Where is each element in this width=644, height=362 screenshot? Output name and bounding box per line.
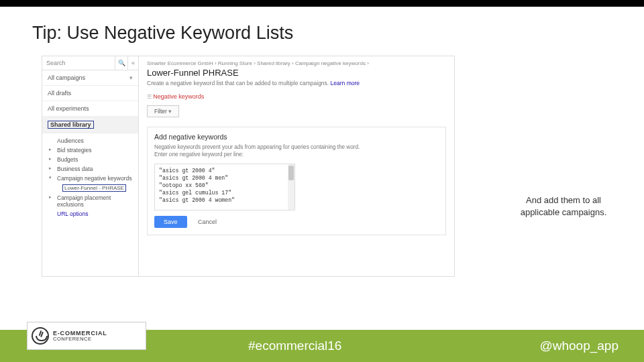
shared-library-highlight: Shared library: [48, 121, 94, 129]
page-heading: Lower-Funnel PHRASE: [147, 68, 446, 78]
nav-all-drafts[interactable]: All drafts: [42, 86, 138, 101]
kw-line: "asics gt 2000 4 women": [159, 196, 290, 204]
footer-handle: @whoop_app: [539, 339, 619, 353]
panel-buttons: Save Cancel: [154, 216, 439, 228]
kw-line: "asics gt 2000 4 men": [159, 174, 290, 182]
breadcrumb: Smarter Ecommerce GmbH › Running Store ›…: [147, 60, 446, 66]
slide-title: Tip: Use Negative Keyword Lists: [32, 23, 644, 44]
slide-annotation: And add them to all applicable campaigns…: [496, 194, 631, 218]
search-row: Search 🔍 «: [42, 56, 138, 70]
cancel-button[interactable]: Cancel: [191, 216, 223, 228]
search-icon[interactable]: 🔍: [115, 56, 127, 70]
nav-all-experiments[interactable]: All experiments: [42, 101, 138, 117]
screenshot-container: Search 🔍 « All campaigns All drafts All …: [42, 56, 455, 277]
nav-all-campaigns[interactable]: All campaigns: [42, 70, 138, 86]
logo-icon: [32, 327, 49, 345]
add-negative-keywords-panel: Add negative keywords Negative keywords …: [147, 127, 446, 235]
logo-text: E-COMMERCIAL CONFERENCE: [53, 330, 107, 342]
keywords-textarea[interactable]: "asics gt 2000 4" "asics gt 2000 4 men" …: [154, 164, 295, 210]
kw-line: "ootopo xx 560": [159, 182, 290, 189]
panel-help-text: Negative keywords prevent your ads from …: [154, 143, 439, 158]
screenshot-sidebar: Search 🔍 « All campaigns All drafts All …: [42, 56, 139, 276]
nav-shared-library[interactable]: Shared library: [42, 117, 138, 133]
save-button[interactable]: Save: [154, 216, 187, 228]
conference-logo: E-COMMERCIAL CONFERENCE: [27, 322, 146, 350]
sub-audiences[interactable]: Audiences: [53, 136, 138, 145]
slide-top-border: [0, 0, 644, 7]
shared-library-subitems: Audiences Bid strategies Budgets Busines…: [42, 133, 138, 219]
sub-bid-strategies[interactable]: Bid strategies: [53, 145, 138, 155]
search-input[interactable]: Search: [42, 56, 115, 70]
page-description: Create a negative keyword list that can …: [147, 80, 446, 86]
sub-business-data[interactable]: Business data: [53, 164, 138, 174]
screenshot-main: Smarter Ecommerce GmbH › Running Store ›…: [139, 56, 454, 242]
kw-line: "asics gt 2000 4": [159, 167, 290, 174]
slide-footer: E-COMMERCIAL CONFERENCE #ecommercial16 @…: [0, 330, 644, 362]
learn-more-link[interactable]: Learn more: [331, 80, 360, 86]
sub-campaign-placement-exclusions[interactable]: Campaign placement exclusions: [53, 193, 138, 209]
sub-campaign-negative-keywords[interactable]: Campaign negative keywords: [53, 174, 138, 183]
sub-lower-funnel-phrase[interactable]: Lower-Funnel - PHRASE: [53, 183, 138, 193]
scrollbar-thumb[interactable]: [288, 166, 294, 180]
negative-keywords-tab[interactable]: Negative keywords: [147, 93, 446, 100]
lower-funnel-highlight: Lower-Funnel - PHRASE: [62, 184, 126, 192]
panel-title: Add negative keywords: [154, 133, 439, 141]
footer-hashtag: #ecommercial16: [248, 339, 341, 353]
textarea-scrollbar[interactable]: [288, 164, 294, 210]
filter-button[interactable]: Filter: [147, 105, 179, 117]
kw-line: "asics gel cumulus 17": [159, 189, 290, 196]
collapse-sidebar-icon[interactable]: «: [127, 56, 138, 70]
sub-budgets[interactable]: Budgets: [53, 155, 138, 164]
sub-url-options[interactable]: URL options: [53, 209, 138, 219]
